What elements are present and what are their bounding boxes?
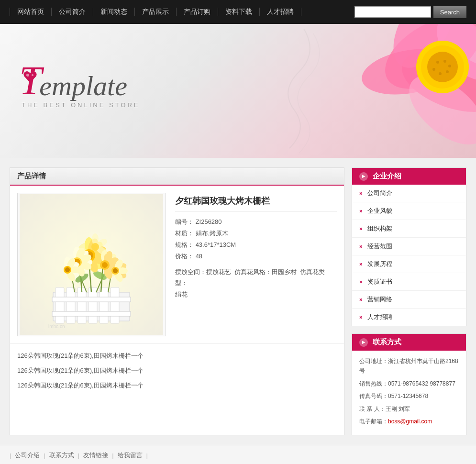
contact-content: 公司地址：浙江省杭州市莫干山路2168号 销售热线：0571-98765432 … xyxy=(352,351,466,435)
svg-point-16 xyxy=(32,74,33,76)
contact-address: 公司地址：浙江省杭州市莫干山路2168号 xyxy=(359,356,459,376)
contact-fax: 传真号码：0571-12345678 xyxy=(359,391,459,401)
play-icon: ▶ xyxy=(359,172,368,181)
content-area: 产品详情 xyxy=(10,167,344,435)
header: 网站首页 公司简介 新闻动态 产品展示 产品订购 资料下载 人才招聘 Searc… xyxy=(0,0,476,24)
nav-jobs[interactable]: 人才招聘 xyxy=(260,8,301,16)
product-illustration: imbc.cn xyxy=(20,194,163,335)
arrow-icon: » xyxy=(359,261,363,267)
sidebar-item-label: 组织构架 xyxy=(367,224,392,233)
nav-order[interactable]: 产品订购 xyxy=(177,8,218,16)
arrow-icon: » xyxy=(359,314,363,320)
sidebar-item-company-culture[interactable]: » 企业风貌 xyxy=(352,202,466,220)
nav-download[interactable]: 资料下载 xyxy=(218,8,260,16)
footer-link-about[interactable]: 公司介绍 xyxy=(11,451,44,460)
guige-value: 43.6*17*13CM xyxy=(196,241,236,248)
list-item[interactable]: 126朵韩国玫瑰(21朵的6束),田园烤木栅栏一个 xyxy=(17,351,337,361)
nav-home[interactable]: 网站首页 xyxy=(10,8,52,16)
svg-text:imbc.cn: imbc.cn xyxy=(48,324,65,329)
sidebar-item-company-intro[interactable]: » 公司简介 xyxy=(352,185,466,202)
svg-rect-21 xyxy=(77,287,86,323)
arrow-icon: » xyxy=(359,208,363,214)
svg-point-9 xyxy=(436,61,439,64)
footer-links: | 公司介绍 | 联系方式 | 友情链接 | 给我留言 | xyxy=(0,445,476,464)
section-header: 产品详情 xyxy=(10,168,344,186)
nav-products[interactable]: 产品展示 xyxy=(135,8,177,16)
sidebar-item-jobs[interactable]: » 人才招聘 xyxy=(352,309,466,326)
svg-point-11 xyxy=(448,65,451,67)
product-list: 126朵韩国玫瑰(21朵的6束),田园烤木栅栏一个 126朵韩国玫瑰(21朵的6… xyxy=(10,343,344,402)
product-bianhao: 编号： ZI256280 xyxy=(175,218,337,226)
svg-rect-20 xyxy=(66,287,75,323)
jiage-value: 48 xyxy=(196,253,202,260)
arrow-icon: » xyxy=(359,296,363,303)
sidebar-item-business-scope[interactable]: » 经营范围 xyxy=(352,238,466,255)
product-image: imbc.cn xyxy=(20,194,163,335)
svg-point-13 xyxy=(439,72,442,75)
logo-rest: emplate xyxy=(39,74,127,99)
svg-rect-22 xyxy=(89,287,97,323)
sidebar-item-label: 企业风貌 xyxy=(367,207,392,215)
svg-point-85 xyxy=(113,268,118,273)
svg-point-15 xyxy=(26,74,29,77)
bianhao-value: ZI256280 xyxy=(196,218,222,225)
sidebar-item-marketing[interactable]: » 营销网络 xyxy=(352,291,466,309)
svg-rect-24 xyxy=(111,287,119,323)
search-button[interactable]: Search xyxy=(433,6,466,18)
sidebar-item-label: 营销网络 xyxy=(367,295,392,304)
caizhi-value: 娟布,烤原木 xyxy=(196,230,229,237)
heart-icon xyxy=(23,71,37,84)
play-icon: ▶ xyxy=(359,338,368,347)
nav-news[interactable]: 新闻动态 xyxy=(93,8,135,16)
svg-point-89 xyxy=(91,243,99,251)
svg-point-10 xyxy=(443,60,446,63)
sidebar-item-label: 人才招聘 xyxy=(367,313,392,321)
contact-email: 电子邮箱：boss@gmail.com xyxy=(359,417,459,426)
svg-point-69 xyxy=(102,262,108,268)
contact-person: 联 系 人：王刚 刘军 xyxy=(359,404,459,414)
product-title: 夕红韩国玫瑰大烤木栅栏 xyxy=(175,195,337,212)
nav-about[interactable]: 公司简介 xyxy=(52,8,93,16)
svg-point-77 xyxy=(65,267,70,272)
product-guige: 规格： 43.6*17*13CM xyxy=(175,241,337,249)
curl-svg xyxy=(184,24,328,158)
sidebar-item-org-chart[interactable]: » 组织构架 xyxy=(352,220,466,238)
svg-rect-25 xyxy=(52,297,131,302)
product-desc: 摆放空间：摆放花艺 仿真花风格：田园乡村 仿真花类型： 绢花 xyxy=(175,266,337,300)
banner-curl-deco xyxy=(184,24,328,158)
svg-point-12 xyxy=(446,70,449,73)
sidebar-item-certs[interactable]: » 资质证书 xyxy=(352,273,466,291)
search-input[interactable] xyxy=(354,6,431,18)
svg-point-14 xyxy=(432,68,435,71)
product-info: 夕红韩国玫瑰大烤木栅栏 编号： ZI256280 材质： 娟布,烤原木 规格： … xyxy=(175,193,337,336)
sidebar-item-label: 资质证书 xyxy=(367,277,392,286)
list-item[interactable]: 126朵韩国玫瑰(21朵的6束),田园烤木栅栏一个 xyxy=(17,381,337,391)
footer-link-contact[interactable]: 联系方式 xyxy=(45,451,78,460)
arrow-icon: » xyxy=(359,225,363,232)
sidebar-item-label: 经营范围 xyxy=(367,242,392,251)
search-area: Search xyxy=(354,6,466,18)
footer-link-friends[interactable]: 友情链接 xyxy=(79,451,112,460)
footer-link-message[interactable]: 给我留言 xyxy=(114,451,146,460)
contact-title: 联系方式 xyxy=(373,338,401,347)
product-detail: imbc.cn 夕红韩国玫瑰大烤木栅栏 编号： ZI256280 材质： 娟布,… xyxy=(10,186,344,343)
arrow-icon: » xyxy=(359,243,363,250)
sidebar-item-history[interactable]: » 发展历程 xyxy=(352,255,466,273)
banner-logo: Template THE BEST ONLINE STORE xyxy=(19,62,140,109)
sidebar: ▶ 企业介绍 » 公司简介 » 企业风貌 » 组织构架 » 经营范围 » 发展历… xyxy=(352,167,466,435)
svg-point-8 xyxy=(427,52,458,82)
sidebar-contact-box: ▶ 联系方式 公司地址：浙江省杭州市莫干山路2168号 销售热线：0571-98… xyxy=(352,333,466,435)
product-caizhi: 材质： 娟布,烤原木 xyxy=(175,229,337,238)
svg-rect-26 xyxy=(52,311,131,316)
sidebar-item-label: 发展历程 xyxy=(367,260,392,268)
svg-rect-19 xyxy=(55,287,64,323)
banner: Template THE BEST ONLINE STORE xyxy=(0,24,476,158)
sidebar-contact-header: ▶ 联系方式 xyxy=(352,334,466,351)
contact-sales: 销售热线：0571-98765432 98778877 xyxy=(359,379,459,388)
company-title: 企业介绍 xyxy=(373,172,401,181)
arrow-icon: » xyxy=(359,190,363,197)
list-item[interactable]: 126朵韩国玫瑰(21朵的6束),田园烤木栅栏一个 xyxy=(17,366,337,376)
main-wrap: 产品详情 xyxy=(0,158,476,445)
arrow-icon: » xyxy=(359,278,363,285)
sidebar-item-label: 公司简介 xyxy=(367,189,392,198)
